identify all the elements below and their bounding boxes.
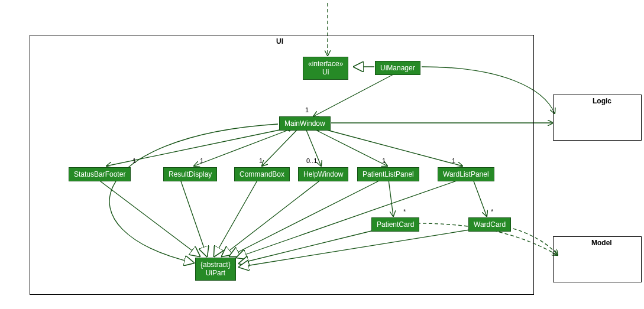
class-ui-part: {abstract} UiPart xyxy=(195,258,236,281)
mult-ward-card: * xyxy=(491,208,493,215)
stereotype: «interface» xyxy=(308,60,343,68)
class-command-box: CommandBox xyxy=(234,167,290,181)
mult-command-box: 1 xyxy=(259,157,263,164)
class-ui-interface: «interface» Ui xyxy=(303,57,348,80)
class-name: UiPart xyxy=(200,269,231,277)
package-logic-label: Logic xyxy=(593,97,611,105)
package-model-label: Model xyxy=(591,239,612,247)
class-patient-card: PatientCard xyxy=(371,217,419,232)
class-help-window: HelpWindow xyxy=(298,167,348,181)
mult-status-bar: 1 xyxy=(132,157,136,164)
class-status-bar-footer: StatusBarFooter xyxy=(69,167,131,181)
class-patient-list-panel: PatientListPanel xyxy=(357,167,419,181)
mult-ward-list-panel: 1 xyxy=(452,157,455,164)
class-ui-manager: UiManager xyxy=(375,61,420,75)
mult-main-window: 1 xyxy=(305,106,309,113)
class-main-window: MainWindow xyxy=(279,116,331,131)
stereotype: {abstract} xyxy=(200,261,231,269)
class-ward-card: WardCard xyxy=(468,217,511,232)
package-ui xyxy=(30,35,534,295)
mult-patient-card: * xyxy=(403,208,406,215)
class-name: Ui xyxy=(308,68,343,76)
mult-result-display: 1 xyxy=(200,157,203,164)
class-result-display: ResultDisplay xyxy=(163,167,217,181)
class-ward-list-panel: WardListPanel xyxy=(438,167,494,181)
mult-patient-list-panel: 1 xyxy=(382,157,386,164)
mult-help-window: 0..1 xyxy=(306,157,317,164)
package-ui-label: UI xyxy=(276,37,283,45)
